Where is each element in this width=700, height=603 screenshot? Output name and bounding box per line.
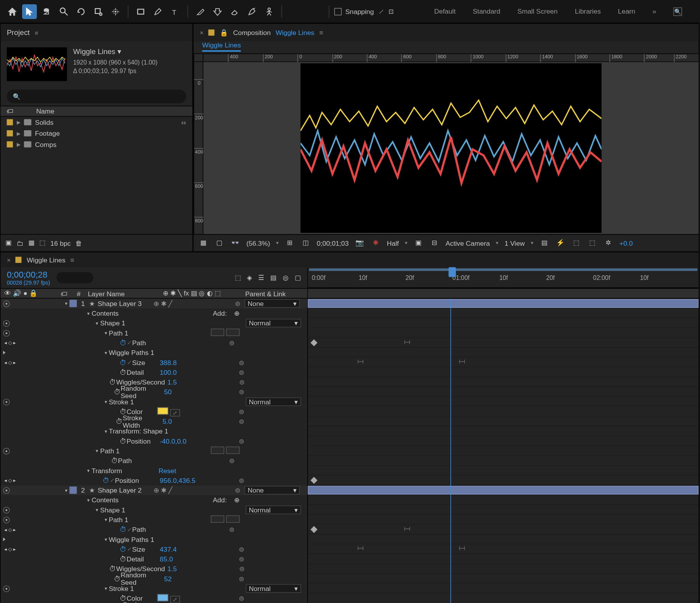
mask-icon[interactable]: ▢ xyxy=(214,238,224,248)
prop-row[interactable]: ⏱ Stroke Width5.0⊚ xyxy=(1,416,307,426)
orbit-tool[interactable] xyxy=(74,4,89,19)
ruler-horizontal[interactable]: 400 200 0 200 400 600 800 1000 1200 1400… xyxy=(203,53,698,62)
link-icon[interactable]: ⊚ xyxy=(228,456,236,465)
mask-mode[interactable] xyxy=(226,447,240,454)
timeline-tracks[interactable] xyxy=(308,299,699,603)
stopwatch-icon[interactable]: ⏱ xyxy=(120,545,126,553)
blend-dropdown[interactable]: Normal▾ xyxy=(246,397,301,406)
bpc-icon[interactable]: ⬚ xyxy=(39,239,46,247)
layer-name[interactable]: Shape Layer 2 xyxy=(95,486,154,494)
project-item-solids[interactable]: ▶Solids ⚏ xyxy=(1,117,192,128)
zoom-tool[interactable] xyxy=(56,4,71,19)
link-icon[interactable]: ⊚ xyxy=(238,417,246,426)
prop-row[interactable]: ⏱ Detail85.0⊚ xyxy=(1,554,307,564)
stopwatch-icon[interactable]: ⏱ xyxy=(103,477,109,484)
prop-row[interactable]: ▾Shape 1Normal▾ xyxy=(1,318,307,328)
stopwatch-icon[interactable]: ⏱ xyxy=(120,555,126,563)
comp-thumbnail[interactable] xyxy=(7,47,67,81)
label-swatch[interactable] xyxy=(7,119,13,126)
prop-value[interactable]: 5.0 xyxy=(160,418,238,425)
keyframe-ease[interactable] xyxy=(460,360,466,365)
link-icon[interactable]: ⊚ xyxy=(237,368,246,376)
visibility-toggle[interactable] xyxy=(3,300,10,307)
fast-icon[interactable]: ⚡ xyxy=(555,238,565,248)
link-icon[interactable]: ⊚ xyxy=(238,565,246,573)
add-icon[interactable]: ⊕ xyxy=(234,496,240,504)
prop-row[interactable]: ▾Wiggle Paths 1 xyxy=(1,348,307,357)
search-icon[interactable]: 🔍 xyxy=(674,7,682,16)
parent-dropdown[interactable]: None▾ xyxy=(245,299,300,308)
anchor-tool[interactable] xyxy=(108,4,123,19)
res-icon[interactable]: ⊞ xyxy=(285,238,294,248)
puppet-tool[interactable] xyxy=(262,4,276,19)
prop-row[interactable]: ⏱ Detail100.0⊚ xyxy=(1,367,307,377)
new-comp-icon[interactable]: ▦ xyxy=(28,239,35,247)
twirl-icon[interactable]: ▾ xyxy=(63,488,70,493)
home-icon[interactable] xyxy=(5,4,20,19)
prop-row[interactable]: ⏱ Random Seed52⊚ xyxy=(1,574,307,584)
workspace-small[interactable]: Small Screen xyxy=(518,7,558,16)
twirl-icon[interactable]: ▶ xyxy=(17,142,20,147)
resolution[interactable]: Half xyxy=(387,239,399,246)
index-col[interactable]: # xyxy=(74,290,83,297)
visibility-toggle[interactable] xyxy=(3,507,10,513)
nav-icon[interactable] xyxy=(3,538,5,541)
parent-dropdown[interactable]: None▾ xyxy=(245,486,300,495)
stopwatch-icon[interactable]: ⏱ xyxy=(114,388,121,396)
color-swatch[interactable] xyxy=(157,594,168,601)
workspace-libraries[interactable]: Libraries xyxy=(575,7,601,16)
prop-value[interactable]: 52 xyxy=(162,575,238,582)
view-count[interactable]: 1 View xyxy=(505,239,525,246)
overflow-icon[interactable]: » xyxy=(653,7,656,16)
project-item-footage[interactable]: ▶Footage xyxy=(1,128,192,139)
project-item-comps[interactable]: ▶Comps xyxy=(1,139,192,150)
shy-icon[interactable]: ☰ xyxy=(258,274,264,282)
flowchart-icon[interactable]: ⚏ xyxy=(181,119,186,126)
snap-icon2[interactable]: ⊡ xyxy=(388,8,394,15)
timeline-search[interactable] xyxy=(56,272,93,283)
prop-value[interactable]: -40.0,0.0 xyxy=(157,437,237,445)
prop-row[interactable]: ▾ContentsAdd:⊕ xyxy=(1,308,307,318)
layer-row[interactable]: ▾ 1 ★ Shape Layer 3 ⊕ ✱ ╱ ⊚None▾ xyxy=(1,299,307,308)
vis-col-icon[interactable]: 👁 xyxy=(4,289,11,297)
link-icon[interactable]: ⊚ xyxy=(228,525,236,534)
stopwatch-icon[interactable]: ⏱ xyxy=(120,437,126,445)
mask-mode[interactable] xyxy=(211,447,224,454)
lock-icon[interactable]: 🔒 xyxy=(220,28,228,37)
stopwatch-icon[interactable]: ⏱ xyxy=(116,418,122,425)
eraser-tool[interactable] xyxy=(228,4,242,19)
blend-dropdown[interactable]: Normal▾ xyxy=(246,505,301,514)
keyframe-ease[interactable] xyxy=(406,527,412,532)
stopwatch-icon[interactable]: ⏱ xyxy=(120,359,126,366)
panel-menu-icon[interactable]: ≡ xyxy=(35,29,38,36)
prop-row[interactable]: ◂ ◇ ▸⏱ ⟋ Position956.0,436.5⊚ xyxy=(1,475,307,485)
nav-icon[interactable] xyxy=(3,351,5,354)
prop-value[interactable]: 1.5 xyxy=(165,378,238,386)
mask-mode[interactable] xyxy=(211,329,224,336)
current-time[interactable]: 0;00;01;03 xyxy=(317,239,349,246)
prop-value[interactable]: 1.5 xyxy=(165,565,238,573)
link-icon[interactable]: ⊚ xyxy=(237,594,246,603)
prop-row[interactable]: ◂ ◇ ▸⏱ ⟋ Path⊚ xyxy=(1,524,307,534)
timecode[interactable]: 0;00;00;28 xyxy=(7,270,50,280)
panel-menu-icon[interactable]: ≡ xyxy=(70,256,74,264)
cti-line[interactable] xyxy=(450,299,451,603)
comp-name[interactable]: Wiggle Lines ▾ xyxy=(73,47,158,56)
stopwatch-icon[interactable]: ⏱ xyxy=(120,526,126,533)
stopwatch-icon[interactable]: ⏱ xyxy=(111,457,118,465)
pickwhip-icon[interactable]: ⊚ xyxy=(233,299,242,308)
prop-row[interactable]: ▾Path 1 xyxy=(1,446,307,456)
ruler-vertical[interactable]: 0 200 400 600 800 xyxy=(194,62,203,234)
prop-row[interactable]: ◂ ◇ ▸⏱ ⟋ Size437.4⊚ xyxy=(1,544,307,554)
stopwatch-icon[interactable]: ⏱ xyxy=(109,565,116,573)
snapshot-icon[interactable]: 📷 xyxy=(355,238,364,248)
prop-value[interactable]: 956.0,436.5 xyxy=(157,477,237,484)
draft3d-icon[interactable]: ◈ xyxy=(247,274,252,282)
audio-col-icon[interactable]: 🔊 xyxy=(13,289,21,297)
prop-value[interactable]: 100.0 xyxy=(157,369,237,376)
canvas-area[interactable] xyxy=(203,62,698,234)
close-icon[interactable]: × xyxy=(7,256,10,264)
close-icon[interactable]: × xyxy=(200,29,204,36)
rectangle-tool[interactable] xyxy=(133,4,148,19)
visibility-toggle[interactable] xyxy=(3,330,10,336)
